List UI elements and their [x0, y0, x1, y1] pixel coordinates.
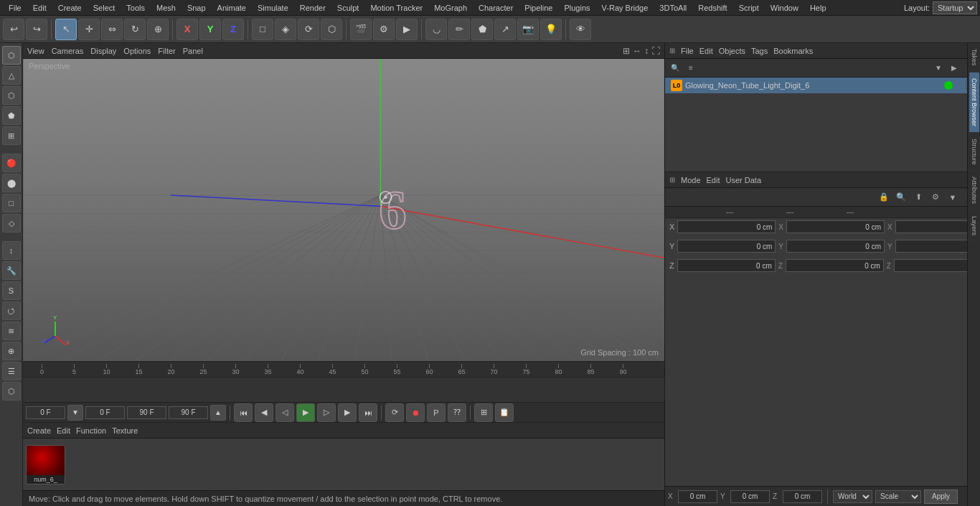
- go-end-button[interactable]: ⏭: [359, 403, 377, 422]
- object-row-0[interactable]: L0 Glowing_Neon_Tube_Light_Digit_6: [665, 78, 980, 93]
- sidebar-tool-7[interactable]: ☰: [2, 362, 21, 380]
- sidebar-mode-5[interactable]: ⊞: [2, 126, 21, 145]
- attr-collapse-icon[interactable]: ▼: [946, 190, 960, 205]
- next-frame-button[interactable]: ▶: [338, 403, 357, 422]
- bc-y-input[interactable]: [730, 490, 770, 503]
- sym-button[interactable]: ◈: [275, 19, 296, 40]
- tab-content-browser[interactable]: Content Browser: [969, 72, 979, 133]
- polygon-button[interactable]: ⬟: [471, 19, 493, 40]
- vp-menu-display[interactable]: Display: [90, 47, 116, 55]
- scale-tool-button[interactable]: ⇔: [101, 19, 123, 40]
- sidebar-tool-2[interactable]: 🔧: [2, 261, 21, 280]
- extrude-button[interactable]: ⬡: [321, 19, 342, 40]
- loop-button[interactable]: ⟳: [385, 403, 404, 422]
- menu-mesh[interactable]: Mesh: [151, 2, 182, 14]
- vp-icon-1[interactable]: ⊞: [623, 46, 630, 56]
- obj-collapse-icon[interactable]: ▼: [931, 61, 946, 75]
- end-frame-input-2[interactable]: [169, 406, 208, 419]
- menu-vray[interactable]: V-Ray Bridge: [596, 2, 654, 14]
- start-frame-input[interactable]: [85, 406, 125, 419]
- material-item-0[interactable]: num_6_: [26, 445, 65, 484]
- menu-animate[interactable]: Animate: [212, 2, 252, 14]
- light-button[interactable]: 💡: [540, 19, 562, 40]
- menu-edit[interactable]: Edit: [27, 2, 52, 14]
- coord-z1-input[interactable]: [677, 259, 776, 272]
- attr-header-edit[interactable]: Edit: [707, 176, 720, 184]
- obj-filter-icon[interactable]: ≡: [684, 61, 698, 75]
- camera-button[interactable]: 📷: [517, 19, 539, 40]
- coord-y2-input[interactable]: [786, 240, 885, 253]
- current-frame-input[interactable]: [26, 406, 65, 419]
- play-button[interactable]: ▶: [296, 403, 315, 422]
- scale-dropdown[interactable]: Scale Position Rotation: [875, 490, 921, 503]
- sidebar-mode-3[interactable]: ⬡: [2, 86, 21, 105]
- sidebar-paint-1[interactable]: 🔴: [2, 154, 21, 172]
- bc-x-input[interactable]: [678, 490, 717, 503]
- vp-menu-panel[interactable]: Panel: [183, 47, 203, 55]
- sketch-button[interactable]: ✏: [448, 19, 470, 40]
- go-start-button[interactable]: ⏮: [234, 403, 253, 422]
- sidebar-paint-4[interactable]: ◇: [2, 214, 21, 233]
- menu-create[interactable]: Create: [52, 2, 88, 14]
- viewport[interactable]: 6 Perspective Grid Spacing : 100 cm Z X …: [23, 59, 664, 361]
- next-key-button[interactable]: ▷: [317, 403, 336, 422]
- obj-search-icon[interactable]: 🔍: [668, 61, 682, 75]
- menu-mograph[interactable]: MoGraph: [428, 2, 473, 14]
- obj-header-objects[interactable]: Objects: [719, 47, 745, 55]
- menu-file[interactable]: File: [3, 2, 27, 14]
- vp-icon-2[interactable]: ↔: [633, 46, 641, 56]
- sidebar-tool-1[interactable]: ↕: [2, 241, 21, 260]
- select-tool-button[interactable]: ↖: [55, 19, 77, 40]
- obj-header-bookmarks[interactable]: Bookmarks: [773, 47, 813, 55]
- attr-lock-icon[interactable]: 🔒: [877, 190, 891, 205]
- frame-step-down[interactable]: ▼: [67, 405, 83, 421]
- prev-frame-button[interactable]: ◀: [255, 403, 273, 422]
- vp-menu-view[interactable]: View: [27, 47, 44, 55]
- tab-layers[interactable]: Layers: [969, 210, 979, 242]
- obj-header-tags[interactable]: Tags: [751, 47, 768, 55]
- sidebar-mode-1[interactable]: ⬡: [2, 46, 21, 65]
- menu-character[interactable]: Character: [473, 2, 519, 14]
- render-button[interactable]: ▶: [396, 19, 418, 40]
- autokey-button[interactable]: ⁇: [448, 403, 466, 422]
- sidebar-mode-4[interactable]: ⬟: [2, 106, 21, 125]
- sidebar-mode-2[interactable]: △: [2, 66, 21, 85]
- mat-menu-function[interactable]: Function: [76, 426, 106, 435]
- obj-header-file[interactable]: File: [681, 47, 694, 55]
- undo-button[interactable]: ↩: [3, 19, 24, 40]
- mat-menu-texture[interactable]: Texture: [112, 426, 138, 435]
- tab-takes[interactable]: Takes: [969, 43, 979, 72]
- attr-search-icon[interactable]: 🔍: [894, 190, 908, 205]
- layout-dropdown[interactable]: Startup: [933, 1, 977, 14]
- tab-structure[interactable]: Structure: [969, 133, 979, 172]
- timeline-view-button[interactable]: 📋: [495, 403, 514, 422]
- attr-header-mode[interactable]: Mode: [681, 176, 701, 184]
- tab-attributes[interactable]: Attributes: [969, 171, 979, 210]
- spline-button[interactable]: ◡: [425, 19, 447, 40]
- coord-y1-input[interactable]: [677, 240, 776, 253]
- menu-render[interactable]: Render: [294, 2, 331, 14]
- timeline-track[interactable]: [23, 378, 664, 402]
- menu-script[interactable]: Script: [733, 2, 765, 14]
- frame-step-up[interactable]: ▲: [210, 405, 226, 421]
- record-button[interactable]: ⏺: [406, 403, 425, 422]
- sidebar-paint-3[interactable]: □: [2, 194, 21, 212]
- motion-clip-button[interactable]: ⊞: [474, 403, 493, 422]
- sidebar-tool-5[interactable]: ≋: [2, 322, 21, 340]
- axis-z-button[interactable]: Z: [222, 19, 244, 40]
- vp-icon-4[interactable]: ⛶: [651, 46, 660, 56]
- coord-x1-input[interactable]: [677, 220, 776, 233]
- arr-button[interactable]: ⟳: [298, 19, 319, 40]
- menu-redshift[interactable]: Redshift: [692, 2, 732, 14]
- menu-help[interactable]: Help: [804, 2, 832, 14]
- attr-settings-icon[interactable]: ⚙: [928, 190, 943, 205]
- menu-motion-tracker[interactable]: Motion Tracker: [364, 2, 428, 14]
- vp-menu-options[interactable]: Options: [123, 47, 151, 55]
- sidebar-tool-3[interactable]: S: [2, 281, 21, 300]
- record-keys-button[interactable]: P: [427, 403, 446, 422]
- vp-icon-3[interactable]: ↕: [644, 46, 649, 56]
- menu-snap[interactable]: Snap: [182, 2, 212, 14]
- timeline-ruler[interactable]: 0 5 10 15 20 25 30 35 40 45 50 55 60 65 …: [23, 362, 664, 378]
- rotate-tool-button[interactable]: ↻: [124, 19, 146, 40]
- menu-window[interactable]: Window: [765, 2, 804, 14]
